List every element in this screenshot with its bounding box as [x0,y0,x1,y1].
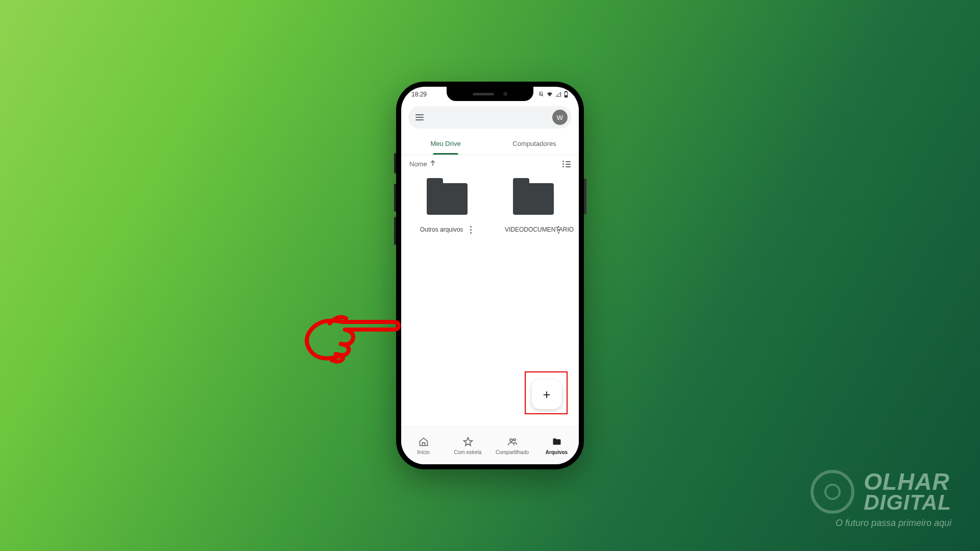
folder-nav-icon [552,437,562,447]
status-time: 18:29 [411,91,427,98]
svg-point-4 [510,439,512,441]
folder-more-icon[interactable] [468,223,474,237]
drive-tabs: Meu Drive Computadores [401,133,579,155]
nav-shared[interactable]: Compartilhado [490,427,534,464]
nav-files[interactable]: Arquivos [534,427,579,464]
tab-my-drive-label: Meu Drive [430,140,460,147]
people-icon [507,437,518,447]
tab-my-drive[interactable]: Meu Drive [401,133,490,155]
watermark: OLHAR DIGITAL O futuro passa primeiro aq… [811,470,951,529]
phone-screen: 18:29 [401,87,579,464]
avatar-initial: W [557,114,563,121]
watermark-line2: DIGITAL [864,493,951,512]
phone-frame: 18:29 [396,82,584,469]
sort-button[interactable]: Nome [409,160,435,168]
svg-rect-2 [566,91,567,92]
folder-label: VIDEODOCUMENTARIO [505,226,551,234]
bottom-nav: Início Com estrela [401,427,579,464]
folder-label: Outros arquivos [420,226,463,234]
pointing-hand-icon [294,304,401,365]
dnd-icon [538,91,544,97]
sort-label: Nome [409,160,427,168]
battery-icon [564,91,569,98]
nav-starred[interactable]: Com estrela [446,427,490,464]
star-icon [463,437,473,447]
nav-home[interactable]: Início [401,427,446,464]
menu-icon[interactable] [415,114,424,120]
plus-icon: + [543,387,550,403]
search-row: W [401,102,579,133]
watermark-logo-icon [811,470,854,514]
folder-more-icon[interactable] [556,223,561,237]
nav-home-label: Início [418,449,430,455]
volume-up-button [394,184,396,212]
nav-shared-label: Compartilhado [496,449,529,455]
nav-files-label: Arquivos [546,449,568,455]
volume-down-button [394,217,396,245]
sort-row: Nome [401,155,579,173]
search-bar[interactable]: W [408,106,572,129]
signal-icon [555,91,561,97]
folder-item[interactable]: Outros arquivos [406,183,487,237]
view-toggle-list-icon[interactable] [562,161,571,167]
wifi-icon [546,91,553,97]
phone-notch [447,87,533,101]
folder-item[interactable]: VIDEODOCUMENTARIO [493,183,574,237]
watermark-line1: OLHAR [864,471,951,492]
avatar[interactable]: W [552,110,568,125]
arrow-up-icon [430,160,435,168]
tab-computers[interactable]: Computadores [490,133,579,155]
folder-icon [513,183,554,215]
svg-point-5 [513,438,516,440]
watermark-tagline: O futuro passa primeiro aqui [836,518,951,529]
home-icon [419,437,429,447]
svg-rect-3 [565,95,567,97]
tab-computers-label: Computadores [512,140,556,147]
add-fab-button[interactable]: + [532,380,561,409]
folder-icon [427,183,468,215]
nav-starred-label: Com estrela [454,449,482,455]
folder-grid: Outros arquivos VIDEODOCUMENTARIO [401,173,579,237]
